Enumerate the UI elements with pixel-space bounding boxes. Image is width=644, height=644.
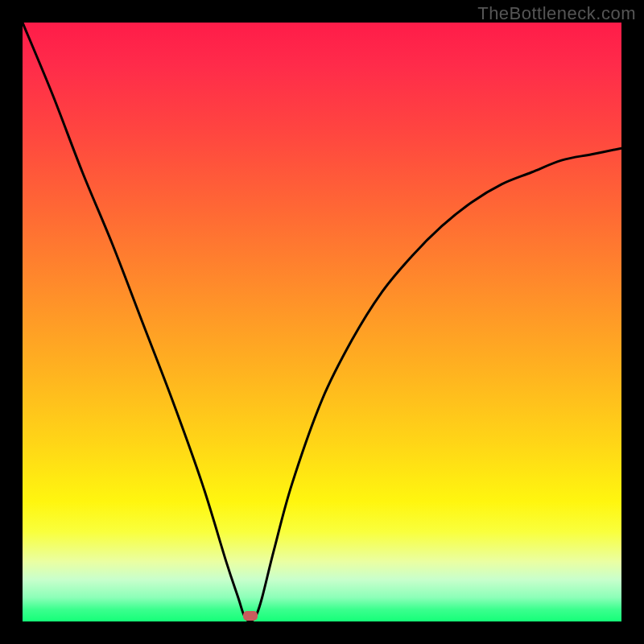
chart-plot-area [23, 23, 621, 621]
optimum-marker [243, 611, 258, 621]
bottleneck-curve [23, 23, 621, 621]
watermark-text: TheBottleneck.com [477, 3, 636, 24]
chart-frame: TheBottleneck.com [0, 0, 644, 644]
